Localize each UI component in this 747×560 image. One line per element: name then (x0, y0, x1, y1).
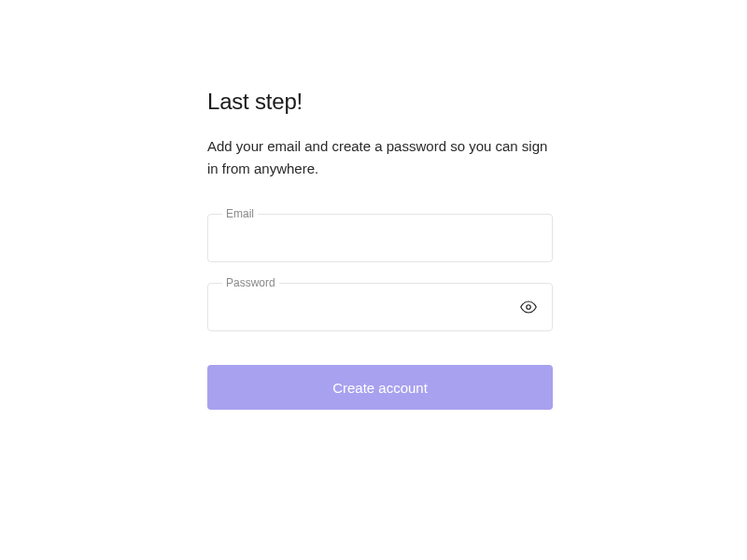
signup-form-container: Last step! Add your email and create a p… (207, 0, 553, 410)
password-input[interactable] (207, 283, 553, 331)
page-title: Last step! (207, 89, 553, 115)
email-input[interactable] (207, 214, 553, 262)
eye-icon (520, 299, 537, 315)
create-account-button[interactable]: Create account (207, 365, 553, 410)
toggle-password-visibility-button[interactable] (519, 298, 538, 316)
page-subtitle: Add your email and create a password so … (207, 135, 553, 180)
password-label: Password (222, 276, 279, 289)
password-field-group: Password (207, 283, 553, 331)
svg-point-0 (527, 305, 531, 310)
email-field-group: Email (207, 214, 553, 262)
email-label: Email (222, 207, 258, 220)
